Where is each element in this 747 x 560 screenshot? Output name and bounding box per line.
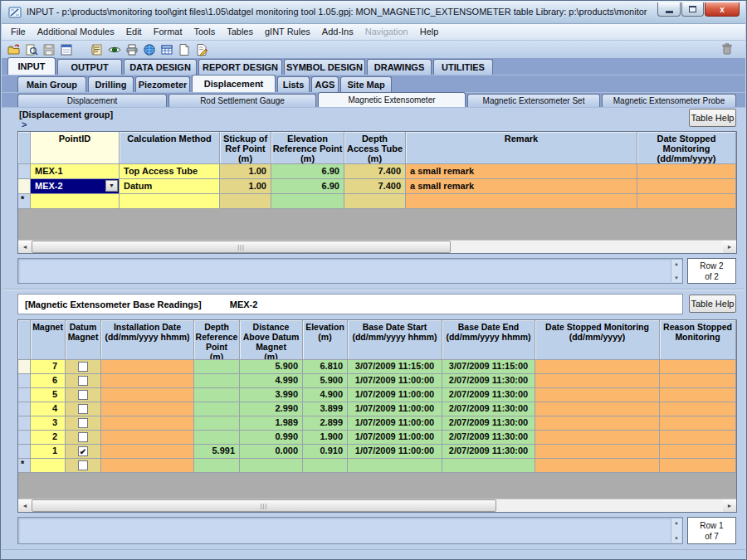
tab-utilities[interactable]: UTILITIES <box>433 59 493 75</box>
table2-cell-r0c5[interactable]: 6.810 <box>303 360 348 374</box>
table2-cell-r1c3[interactable] <box>194 374 240 388</box>
table1-horizontal-scrollbar[interactable]: ◄►||| <box>18 240 736 253</box>
scroll-right-icon[interactable]: ► <box>723 241 736 253</box>
table2-cell-r1c4[interactable]: 4.990 <box>240 374 303 388</box>
table2-cell-r3c2[interactable] <box>101 402 194 416</box>
table1-cell-r2c0[interactable] <box>31 194 120 209</box>
table1-cell-r0c3[interactable]: 6.90 <box>271 164 344 179</box>
tab-input[interactable]: INPUT <box>7 57 56 75</box>
menu-item-help[interactable]: Help <box>414 24 445 40</box>
table2-cell-r0c8[interactable] <box>535 360 660 374</box>
table2-cell-r7c6[interactable] <box>348 459 442 473</box>
table2-cell-r6c8[interactable] <box>535 445 660 459</box>
tab-piezometer[interactable]: Piezometer <box>135 76 190 92</box>
status1-scroll[interactable]: ▲ ▼ <box>671 260 681 282</box>
scroll-left-icon[interactable]: ◄ <box>18 241 32 253</box>
table2-cell-r6c2[interactable] <box>101 445 194 459</box>
checkbox-unchecked-icon[interactable] <box>78 362 88 372</box>
table2-cell-r2c8[interactable] <box>535 388 660 402</box>
remark-status-box-2[interactable]: ▲ ▼ <box>17 517 683 544</box>
table2-cell-r3c9[interactable] <box>660 402 736 416</box>
checkbox-unchecked-icon[interactable] <box>78 390 88 400</box>
menu-item-edit[interactable]: Edit <box>120 24 148 40</box>
table2-cell-r7c5[interactable] <box>303 459 348 473</box>
table2-cell-r2c1[interactable] <box>66 388 101 402</box>
table2-cell-r6c4[interactable]: 0.000 <box>240 445 303 459</box>
table2-cell-r1c0[interactable]: 6 <box>31 374 66 388</box>
scroll-down-icon[interactable]: ▼ <box>674 536 679 541</box>
table1-cell-r1c6[interactable] <box>637 179 736 194</box>
maximize-button[interactable] <box>681 2 704 17</box>
menu-item-gint-rules[interactable]: gINT Rules <box>259 24 316 40</box>
menu-item-tools[interactable]: Tools <box>188 24 222 40</box>
table1-cell-r1c5[interactable]: a small remark <box>406 179 637 194</box>
table2-cell-r0c3[interactable] <box>194 360 240 374</box>
tab-displacement[interactable]: Displacement <box>17 94 167 107</box>
table1-cell-r1c0[interactable]: MEX-2▼ <box>31 179 120 194</box>
table2-cell-r5c9[interactable] <box>660 431 736 445</box>
tab-drawings[interactable]: DRAWINGS <box>367 59 432 75</box>
table2-cell-r5c2[interactable] <box>101 431 194 445</box>
table2-cell-r7c0[interactable] <box>31 459 66 473</box>
table2-cell-r2c0[interactable]: 5 <box>31 388 66 402</box>
checkbox-unchecked-icon[interactable] <box>78 460 88 470</box>
table2-cell-r7c8[interactable] <box>535 459 660 473</box>
tab-site-map[interactable]: Site Map <box>340 76 392 92</box>
save-icon[interactable] <box>42 42 56 57</box>
tab-displacement[interactable]: Displacement <box>192 75 276 92</box>
tab-drilling[interactable]: Drilling <box>88 76 134 92</box>
table2-cell-r6c5[interactable]: 0.910 <box>303 445 348 459</box>
table2-cell-r7c7[interactable] <box>442 459 535 473</box>
table-help-button-1[interactable]: Table Help <box>689 109 736 127</box>
table1-cell-r2c5[interactable] <box>406 194 637 209</box>
table2-cell-r2c3[interactable] <box>194 388 240 402</box>
scroll-up-icon[interactable]: ▲ <box>674 520 679 525</box>
scroll-right-icon[interactable]: ► <box>723 499 736 512</box>
globe-icon[interactable] <box>142 42 157 57</box>
table2-cell-r4c1[interactable] <box>66 416 101 431</box>
table2-cell-r3c5[interactable]: 3.899 <box>303 402 348 416</box>
table2-row-selector-0[interactable] <box>18 360 31 374</box>
checkbox-unchecked-icon[interactable] <box>78 404 88 414</box>
section1-expander[interactable]: > <box>22 119 27 129</box>
table2-cell-r1c2[interactable] <box>101 374 194 388</box>
table2-cell-r1c1[interactable] <box>66 374 101 388</box>
table1-cell-r2c1[interactable] <box>120 194 220 209</box>
table1-cell-r2c2[interactable] <box>220 194 271 209</box>
table2-cell-r4c4[interactable]: 1.989 <box>240 416 303 431</box>
table2-cell-r5c7[interactable]: 2/07/2009 11:30:00 <box>442 431 535 445</box>
print-icon[interactable] <box>124 42 139 57</box>
table2-cell-r1c9[interactable] <box>660 374 736 388</box>
table2-cell-r4c6[interactable]: 1/07/2009 11:00:00 <box>348 416 442 431</box>
table2-cell-r0c4[interactable]: 5.900 <box>240 360 303 374</box>
menu-item-additional-modules[interactable]: Additional Modules <box>32 24 120 40</box>
tab-magnetic-extensometer-set[interactable]: Magnetic Extensometer Set <box>467 94 600 107</box>
table2-cell-r4c7[interactable]: 2/07/2009 11:30:00 <box>442 416 535 431</box>
table1-scrollbar-thumb[interactable]: ||| <box>32 241 451 253</box>
table2-cell-r6c1[interactable]: ✔ <box>66 445 101 459</box>
table2-scrollbar-thumb[interactable]: ||| <box>32 499 496 512</box>
new-document-icon[interactable] <box>177 42 192 57</box>
table2-cell-r0c1[interactable] <box>66 360 101 374</box>
table2-cell-r1c6[interactable]: 1/07/2009 11:00:00 <box>348 374 442 388</box>
table2-cell-r1c8[interactable] <box>535 374 660 388</box>
table2-cell-r3c8[interactable] <box>535 402 660 416</box>
table1-row-selector-1[interactable] <box>18 179 31 194</box>
table2-cell-r5c6[interactable]: 1/07/2009 11:00:00 <box>348 431 442 445</box>
table2-cell-r2c7[interactable]: 2/07/2009 11:30:00 <box>442 388 535 402</box>
table2-cell-r6c0[interactable]: 1 <box>31 445 66 459</box>
checkbox-unchecked-icon[interactable] <box>78 376 88 386</box>
table2-cell-r5c1[interactable] <box>66 431 101 445</box>
table2-cell-r3c0[interactable]: 4 <box>31 402 66 416</box>
tab-ags[interactable]: AGS <box>311 76 339 92</box>
tab-rod-settlement-gauge[interactable]: Rod Settlement Gauge <box>168 94 316 107</box>
dropdown-arrow-icon[interactable]: ▼ <box>105 180 118 192</box>
table2-cell-r6c3[interactable]: 5.991 <box>194 445 240 459</box>
trash-icon[interactable] <box>720 41 735 56</box>
table2-cell-r2c4[interactable]: 3.990 <box>240 388 303 402</box>
table2-row-selector-2[interactable] <box>18 388 31 402</box>
table2-cell-r7c3[interactable] <box>194 459 240 473</box>
table2-row-selector-1[interactable] <box>18 374 31 388</box>
table2-cell-r3c3[interactable] <box>194 402 240 416</box>
table2-cell-r4c8[interactable] <box>535 416 660 431</box>
